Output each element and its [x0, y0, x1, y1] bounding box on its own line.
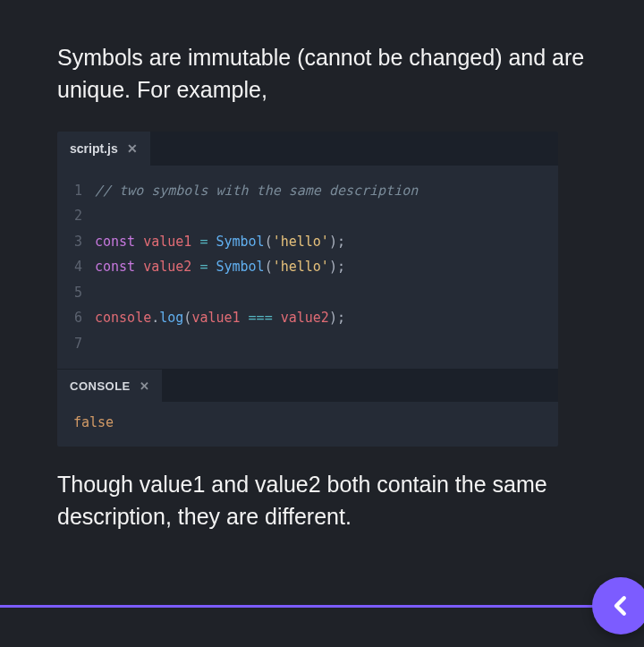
code-editor: script.js ✕ 1234567 // two symbols with … — [57, 132, 558, 447]
code-line: const value2 = Symbol('hello'); — [95, 254, 544, 280]
line-number: 6 — [57, 305, 82, 331]
code-content: // two symbols with the same description… — [95, 178, 544, 357]
console-tab-label: CONSOLE — [70, 379, 131, 393]
code-line — [95, 331, 544, 357]
line-number: 7 — [57, 331, 82, 357]
chevron-left-icon — [607, 592, 634, 619]
code-line — [95, 280, 544, 306]
line-number: 2 — [57, 203, 82, 229]
line-number-gutter: 1234567 — [57, 178, 95, 357]
code-line: const value1 = Symbol('hello'); — [95, 229, 544, 255]
outro-paragraph: Though value1 and value2 both contain th… — [57, 468, 587, 533]
prev-button[interactable] — [592, 577, 644, 634]
code-line — [95, 203, 544, 229]
console-output: false — [57, 402, 558, 447]
code-line: // two symbols with the same description — [95, 178, 544, 204]
lesson-page: Symbols are immutable (cannot be changed… — [0, 0, 644, 533]
console-tabbar: CONSOLE ✕ — [57, 370, 558, 402]
accent-divider — [0, 605, 644, 608]
editor-tab-label: script.js — [70, 141, 118, 156]
code-line: console.log(value1 === value2); — [95, 305, 544, 331]
code-area: 1234567 // two symbols with the same des… — [57, 166, 558, 370]
close-icon[interactable]: ✕ — [127, 142, 138, 155]
line-number: 1 — [57, 178, 82, 204]
line-number: 3 — [57, 229, 82, 255]
line-number: 5 — [57, 280, 82, 306]
close-icon[interactable]: ✕ — [140, 380, 150, 392]
console-tab[interactable]: CONSOLE ✕ — [57, 370, 162, 402]
editor-tabbar: script.js ✕ — [57, 132, 558, 166]
editor-tab-script[interactable]: script.js ✕ — [57, 132, 150, 166]
intro-paragraph: Symbols are immutable (cannot be changed… — [57, 41, 587, 106]
line-number: 4 — [57, 254, 82, 280]
